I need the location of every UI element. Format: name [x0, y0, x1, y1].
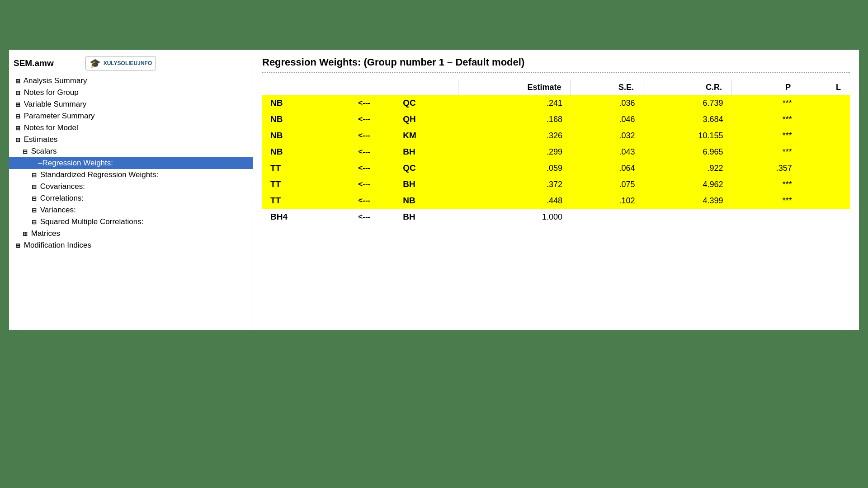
- table-body: NB <--- QC .241 .036 6.739 *** NB <--- Q…: [262, 95, 850, 225]
- col-header-estimate: Estimate: [458, 80, 571, 95]
- tree-item-3[interactable]: ⊟ Parameter Summary: [9, 110, 253, 122]
- tree-item-2[interactable]: ⊞ Variable Summary: [9, 99, 253, 110]
- cell-p-4: .357: [731, 160, 800, 176]
- cell-cr-5: 4.962: [643, 176, 731, 192]
- cell-se-0: .036: [571, 95, 643, 111]
- cell-se-5: .075: [571, 176, 643, 192]
- logo-icon: 🎓: [90, 58, 101, 69]
- table-row-6: TT <--- NB .448 .102 4.399 ***: [262, 192, 850, 209]
- cell-estimate-0: .241: [458, 95, 571, 111]
- cell-cr-0: 6.739: [643, 95, 731, 111]
- cell-from-2: NB: [262, 127, 334, 144]
- col-header-label: L: [800, 80, 850, 95]
- right-panel: Regression Weights: (Group number 1 – De…: [253, 50, 859, 330]
- cell-se-2: .032: [571, 127, 643, 144]
- col-header-var2: [395, 80, 458, 95]
- tree-item-0[interactable]: ⊞ Analysis Summary: [9, 75, 253, 87]
- cell-label-0: [800, 95, 850, 111]
- cell-cr-3: 6.965: [643, 144, 731, 160]
- tree-item-13[interactable]: ⊞ Matrices: [9, 228, 253, 239]
- cell-from-6: TT: [262, 192, 334, 209]
- cell-from-7: BH4: [262, 209, 334, 225]
- cell-p-0: ***: [731, 95, 800, 111]
- tree-item-1[interactable]: ⊟ Notes for Group: [9, 87, 253, 99]
- tree-container: ⊞ Analysis Summary⊟ Notes for Group⊞ Var…: [9, 75, 253, 251]
- cell-arrow-7: <---: [334, 209, 395, 225]
- cell-estimate-5: .372: [458, 176, 571, 192]
- cell-arrow-6: <---: [334, 192, 395, 209]
- cell-to-6: NB: [395, 192, 458, 209]
- cell-to-3: BH: [395, 144, 458, 160]
- cell-from-1: NB: [262, 111, 334, 127]
- cell-estimate-2: .326: [458, 127, 571, 144]
- col-header-cr: C.R.: [643, 80, 731, 95]
- cell-estimate-6: .448: [458, 192, 571, 209]
- col-header-arrow: [334, 80, 395, 95]
- cell-to-7: BH: [395, 209, 458, 225]
- cell-to-5: BH: [395, 176, 458, 192]
- table-row-1: NB <--- QH .168 .046 3.684 ***: [262, 111, 850, 127]
- cell-from-3: NB: [262, 144, 334, 160]
- tree-item-9[interactable]: ⊟ Covariances:: [9, 181, 253, 192]
- left-panel: SEM.amw 🎓 XULYSOLIEU.INFO ⊞ Analysis Sum…: [9, 50, 253, 330]
- table-title: Regression Weights: (Group number 1 – De…: [262, 56, 850, 73]
- logo-text: XULYSOLIEU.INFO: [104, 60, 152, 66]
- table-header-row: Estimate S.E. C.R. P L: [262, 80, 850, 95]
- cell-p-6: ***: [731, 192, 800, 209]
- cell-cr-4: .922: [643, 160, 731, 176]
- cell-arrow-4: <---: [334, 160, 395, 176]
- cell-estimate-1: .168: [458, 111, 571, 127]
- cell-from-4: TT: [262, 160, 334, 176]
- tree-item-4[interactable]: ⊞ Notes for Model: [9, 122, 253, 134]
- tree-item-7[interactable]: –Regression Weights:: [9, 157, 253, 169]
- cell-from-0: NB: [262, 95, 334, 111]
- cell-label-2: [800, 127, 850, 144]
- cell-to-1: QH: [395, 111, 458, 127]
- col-header-se: S.E.: [571, 80, 643, 95]
- cell-arrow-5: <---: [334, 176, 395, 192]
- tree-item-10[interactable]: ⊟ Correlations:: [9, 192, 253, 204]
- cell-label-7: [800, 209, 850, 225]
- cell-se-6: .102: [571, 192, 643, 209]
- tree-item-8[interactable]: ⊟ Standardized Regression Weights:: [9, 169, 253, 181]
- cell-label-6: [800, 192, 850, 209]
- cell-label-1: [800, 111, 850, 127]
- table-row-3: NB <--- BH .299 .043 6.965 ***: [262, 144, 850, 160]
- tree-item-11[interactable]: ⊟ Variances:: [9, 204, 253, 216]
- cell-arrow-0: <---: [334, 95, 395, 111]
- tree-item-12[interactable]: ⊟ Squared Multiple Correlations:: [9, 216, 253, 228]
- cell-arrow-2: <---: [334, 127, 395, 144]
- tree-item-14[interactable]: ⊞ Modification Indices: [9, 239, 253, 251]
- cell-from-5: TT: [262, 176, 334, 192]
- cell-se-1: .046: [571, 111, 643, 127]
- tree-item-6[interactable]: ⊟ Scalars: [9, 145, 253, 157]
- cell-label-3: [800, 144, 850, 160]
- cell-p-5: ***: [731, 176, 800, 192]
- logo-area: SEM.amw 🎓 XULYSOLIEU.INFO: [9, 54, 253, 75]
- cell-p-3: ***: [731, 144, 800, 160]
- cell-p-1: ***: [731, 111, 800, 127]
- cell-to-2: KM: [395, 127, 458, 144]
- table-row-2: NB <--- KM .326 .032 10.155 ***: [262, 127, 850, 144]
- cell-se-7: [571, 209, 643, 225]
- regression-table: Estimate S.E. C.R. P L NB <--- QC .241 .…: [262, 80, 850, 225]
- cell-cr-2: 10.155: [643, 127, 731, 144]
- table-row-5: TT <--- BH .372 .075 4.962 ***: [262, 176, 850, 192]
- col-header-var1: [262, 80, 334, 95]
- cell-arrow-3: <---: [334, 144, 395, 160]
- cell-estimate-4: .059: [458, 160, 571, 176]
- cell-to-4: QC: [395, 160, 458, 176]
- cell-cr-6: 4.399: [643, 192, 731, 209]
- cell-se-3: .043: [571, 144, 643, 160]
- table-row-4: TT <--- QC .059 .064 .922 .357: [262, 160, 850, 176]
- logo-badge: 🎓 XULYSOLIEU.INFO: [85, 56, 156, 70]
- col-header-p: P: [731, 80, 800, 95]
- cell-estimate-3: .299: [458, 144, 571, 160]
- cell-p-7: [731, 209, 800, 225]
- app-title: SEM.amw: [14, 58, 54, 68]
- cell-cr-7: [643, 209, 731, 225]
- tree-item-5[interactable]: ⊟ Estimates: [9, 134, 253, 145]
- cell-p-2: ***: [731, 127, 800, 144]
- cell-label-4: [800, 160, 850, 176]
- table-row-7: BH4 <--- BH 1.000: [262, 209, 850, 225]
